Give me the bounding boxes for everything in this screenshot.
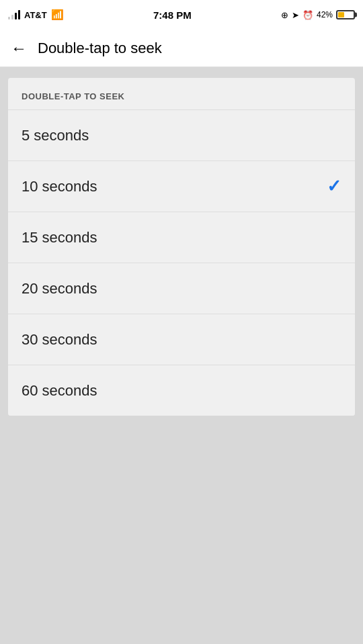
navigation-icon: ➤ bbox=[292, 10, 299, 20]
option-5s-label: 5 seconds bbox=[22, 127, 89, 144]
back-button[interactable]: ← bbox=[11, 40, 27, 56]
option-15s-label: 15 seconds bbox=[22, 229, 97, 246]
option-30s[interactable]: 30 seconds bbox=[8, 314, 355, 365]
main-content: DOUBLE-TAP TO SEEK 5 seconds 10 seconds … bbox=[0, 67, 363, 426]
status-time: 7:48 PM bbox=[153, 9, 192, 21]
nav-header: ← Double-tap to seek bbox=[0, 30, 363, 67]
page-title: Double-tap to seek bbox=[38, 40, 162, 57]
signal-icon bbox=[8, 10, 20, 19]
section-header: DOUBLE-TAP TO SEEK bbox=[8, 78, 355, 109]
carrier-label: AT&T bbox=[24, 10, 47, 20]
option-10s[interactable]: 10 seconds ✓ bbox=[8, 160, 355, 212]
status-bar: AT&T 📶 7:48 PM ⊕ ➤ ⏰ 42% bbox=[0, 0, 363, 30]
option-20s[interactable]: 20 seconds bbox=[8, 263, 355, 314]
option-30s-label: 30 seconds bbox=[22, 331, 97, 349]
status-right: ⊕ ➤ ⏰ 42% bbox=[281, 10, 355, 20]
location-icon: ⊕ bbox=[281, 10, 288, 20]
alarm-icon: ⏰ bbox=[302, 10, 313, 20]
selected-checkmark: ✓ bbox=[327, 176, 341, 197]
option-10s-label: 10 seconds bbox=[22, 178, 97, 195]
status-left: AT&T 📶 bbox=[8, 9, 64, 21]
battery-icon bbox=[336, 10, 355, 19]
option-60s[interactable]: 60 seconds bbox=[8, 365, 355, 416]
option-60s-label: 60 seconds bbox=[22, 382, 97, 400]
option-20s-label: 20 seconds bbox=[22, 280, 97, 297]
option-15s[interactable]: 15 seconds bbox=[8, 212, 355, 263]
battery-percent: 42% bbox=[317, 10, 333, 19]
wifi-icon: 📶 bbox=[51, 9, 64, 21]
settings-card: DOUBLE-TAP TO SEEK 5 seconds 10 seconds … bbox=[8, 78, 355, 416]
option-5s[interactable]: 5 seconds bbox=[8, 109, 355, 160]
